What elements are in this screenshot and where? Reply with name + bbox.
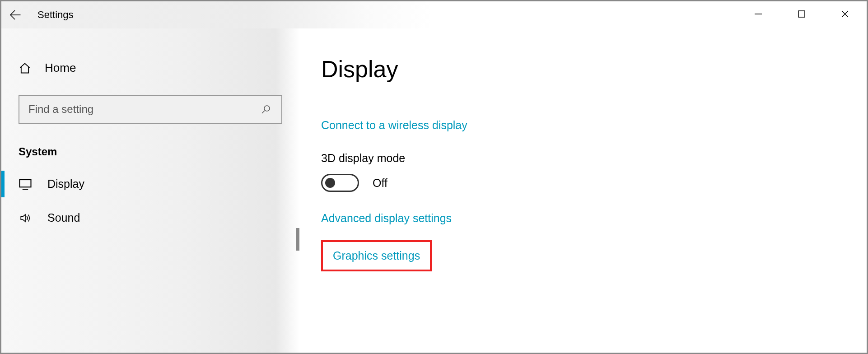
window-controls [737,1,867,27]
link-advanced-display[interactable]: Advanced display settings [321,212,452,225]
sidebar-home[interactable]: Home [1,56,299,80]
window-title: Settings [37,9,74,21]
search-wrap [19,95,282,124]
sidebar-item-display[interactable]: Display [1,167,299,201]
svg-rect-2 [20,180,31,187]
sidebar-category: System [1,124,299,167]
search-box[interactable] [19,95,282,124]
search-input[interactable] [19,103,255,116]
close-button[interactable] [823,1,867,27]
sidebar-item-label: Sound [47,211,80,224]
home-label: Home [45,61,76,75]
svg-rect-0 [798,11,805,17]
link-wireless-display[interactable]: Connect to a wireless display [321,119,467,132]
page-title: Display [321,56,845,83]
minimize-button[interactable] [737,1,780,27]
toggle-3d-row: Off [321,174,845,192]
content: Display Connect to a wireless display 3D… [299,28,867,353]
search-icon [255,98,277,120]
toggle-3d-label: Off [373,177,387,190]
home-icon [19,62,31,75]
sidebar-item-label: Display [47,177,84,191]
maximize-button[interactable] [780,1,823,27]
subheading-3d: 3D display mode [321,152,845,165]
toggle-3d[interactable] [321,174,359,192]
svg-point-1 [264,106,270,111]
link-graphics-settings[interactable]: Graphics settings [333,249,420,262]
sidebar: Home System Display Soun [1,28,299,353]
toggle-knob [325,178,335,188]
sidebar-item-sound[interactable]: Sound [1,201,299,235]
sound-icon [19,212,32,224]
titlebar: Settings [1,1,867,28]
scrollbar-thumb[interactable] [296,228,299,251]
display-icon [19,178,32,190]
annotation-highlight: Graphics settings [321,240,432,271]
back-button[interactable] [1,1,28,28]
